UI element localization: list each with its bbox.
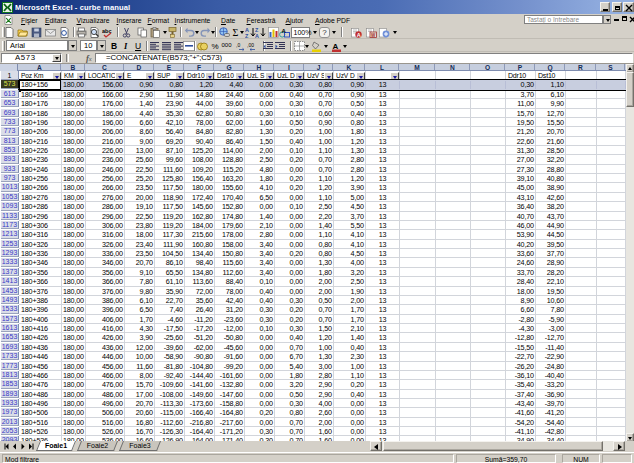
svg-text:?: ? xyxy=(322,28,327,37)
svg-text:A: A xyxy=(357,31,361,37)
svg-text:A: A xyxy=(333,41,339,50)
svg-text:A: A xyxy=(255,33,259,38)
svg-text:A: A xyxy=(282,27,287,33)
svg-text:,0: ,0 xyxy=(236,42,240,48)
svg-text:Σ: Σ xyxy=(233,27,239,38)
svg-text:Z: Z xyxy=(245,33,249,38)
svg-text:,00: ,00 xyxy=(247,42,254,48)
